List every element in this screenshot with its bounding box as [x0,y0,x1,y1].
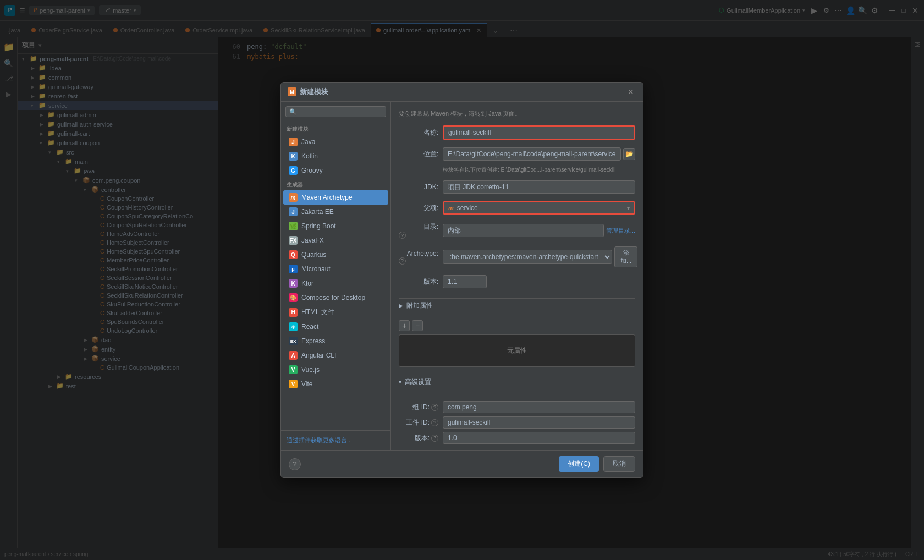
archetype-help-icon[interactable]: ? [399,257,406,265]
hint-text: 要创建常规 Maven 模块，请转到 Java 页面。 [399,109,635,118]
dialog-body: 新建模块 J Java K Kotlin G Groovy 生成器 m [281,102,643,450]
gen-html[interactable]: H HTML 文件 [283,305,388,320]
html-gen-icon: H [289,308,298,317]
add-archetype-button[interactable]: 添加... [614,246,637,267]
name-row: 名称: [399,125,635,140]
dir-select[interactable]: 内部 [443,224,604,237]
name-input[interactable] [443,125,635,140]
gen-javafx[interactable]: FX JavaFX [283,233,388,248]
group-id-input[interactable] [443,401,635,413]
new-module-dialog: M 新建模块 ✕ 新建模块 J Java K Kotlin [280,82,644,478]
archetype-control: :he.maven.archetypes:maven-archetype-qui… [443,246,637,267]
create-button[interactable]: 创建(C) [559,456,599,472]
gen-react[interactable]: ⚛ React [283,320,388,334]
version-adv-help-icon[interactable]: ? [431,435,438,442]
additional-props-area: + − 无属性 [399,320,635,367]
gen-vuejs[interactable]: V Vue.js [283,363,388,377]
parent-value: service [457,204,624,212]
kotlin-gen-icon: K [289,152,298,161]
section-arrow: ▶ [399,303,403,309]
gen-html-label: HTML 文件 [301,308,334,317]
gen-ktor[interactable]: K Ktor [283,276,388,290]
group-id-label: 组 ID: ? [399,403,438,412]
dialog-logo-text: M [290,89,294,95]
group-id-help-icon[interactable]: ? [431,404,438,411]
version-select[interactable]: 1.1 [443,275,487,288]
empty-props-text: 无属性 [399,334,635,367]
dialog-footer: ? 创建(C) 取消 [281,450,643,477]
props-toolbar: + − [399,320,635,331]
dir-control: 内部 管理目录... [443,224,635,237]
dir-help-icon[interactable]: ? [399,232,406,239]
version-control: 1.1 [443,275,635,288]
gen-vite[interactable]: V Vite [283,377,388,391]
react-gen-icon: ⚛ [289,322,298,331]
left-item-groovy[interactable]: G Groovy [283,163,388,178]
gen-ktor-label: Ktor [301,279,314,287]
gen-quarkus[interactable]: Q Quarkus [283,248,388,262]
gen-micronaut-label: Micronaut [301,265,331,273]
left-item-kotlin[interactable]: K Kotlin [283,149,388,163]
spring-gen-icon: 🌿 [289,222,298,230]
dir-label: 目录: ? [399,222,438,239]
gen-spring-boot[interactable]: 🌿 Spring Boot [283,219,388,233]
gen-micronaut[interactable]: μ Micronaut [283,262,388,276]
dialog-search-input[interactable] [285,106,386,117]
gen-compose-label: Compose for Desktop [301,294,365,301]
gen-jakarta-ee[interactable]: J Jakarta EE [283,205,388,219]
remove-prop-button[interactable]: − [412,320,423,331]
version-adv-input[interactable] [443,432,635,444]
gen-quarkus-label: Quarkus [301,251,326,259]
archetype-label: Archetype: ? [399,250,438,265]
artifact-id-label: 工件 ID: ? [399,418,438,427]
ktor-gen-icon: K [289,279,298,288]
java-gen-icon: J [289,138,298,146]
cancel-button[interactable]: 取消 [603,456,635,472]
advanced-section[interactable]: ▾ 高级设置 [399,375,635,389]
advanced-label: 高级设置 [405,377,431,387]
gen-angular[interactable]: A Angular CLI [283,348,388,363]
left-item-java[interactable]: J Java [283,135,388,149]
additional-props-section[interactable]: ▶ 附加属性 [399,298,635,312]
gen-react-label: React [301,323,318,331]
dialog-left-panel: 新建模块 J Java K Kotlin G Groovy 生成器 m [281,102,391,450]
version-adv-label: 版本: ? [399,433,438,443]
location-browse-button[interactable]: 📂 [623,148,635,160]
gen-maven-archetype[interactable]: m Maven Archetype [283,190,388,205]
footer-actions: 创建(C) 取消 [559,456,635,472]
version-select-group: 1.1 [443,275,635,288]
dir-row-inner: 内部 管理目录... [443,224,635,237]
help-button[interactable]: ? [289,458,301,470]
micronaut-gen-icon: μ [289,265,298,273]
gen-maven-label: Maven Archetype [301,194,353,201]
quarkus-gen-icon: Q [289,250,298,259]
artifact-id-help-icon[interactable]: ? [431,419,438,426]
new-module-section-label: 新建模块 [281,122,391,135]
dialog-close-button[interactable]: ✕ [625,86,636,97]
manage-dir-link[interactable]: 管理目录... [606,227,635,235]
jakarta-gen-icon: J [289,207,298,216]
jdk-select[interactable]: 项目 JDK corretto-11 [443,180,635,194]
archetype-row-inner: :he.maven.archetypes:maven-archetype-qui… [443,246,637,267]
archetype-row: Archetype: ? :he.maven.archetypes:maven-… [399,246,635,267]
location-input[interactable] [443,147,621,161]
artifact-id-input[interactable] [443,416,635,429]
dialog-right-panel: 要创建常规 Maven 模块，请转到 Java 页面。 名称: 位置: [391,102,643,450]
plugin-link[interactable]: 通过插件获取更多语言... [281,430,391,450]
location-control: 📂 [443,147,635,161]
jdk-select-group: 项目 JDK corretto-11 [443,180,635,194]
version-adv-row: 版本: ? [399,432,635,444]
gen-express[interactable]: EX Express [283,334,388,348]
parent-label: 父项: [399,204,438,213]
express-gen-icon: EX [289,337,298,345]
version-row: 版本: 1.1 [399,275,635,288]
jdk-control: 项目 JDK corretto-11 [443,180,635,194]
dialog-title-bar: M 新建模块 ✕ [281,83,643,102]
location-label: 位置: [399,150,438,159]
archetype-select[interactable]: :he.maven.archetypes:maven-archetype-qui… [443,250,612,264]
maven-gen-icon: m [289,193,298,202]
advanced-form: 组 ID: ? 工件 ID: ? [399,397,635,448]
add-prop-button[interactable]: + [399,320,410,331]
gen-compose[interactable]: 🎨 Compose for Desktop [283,290,388,305]
location-input-group: 📂 [443,147,635,161]
